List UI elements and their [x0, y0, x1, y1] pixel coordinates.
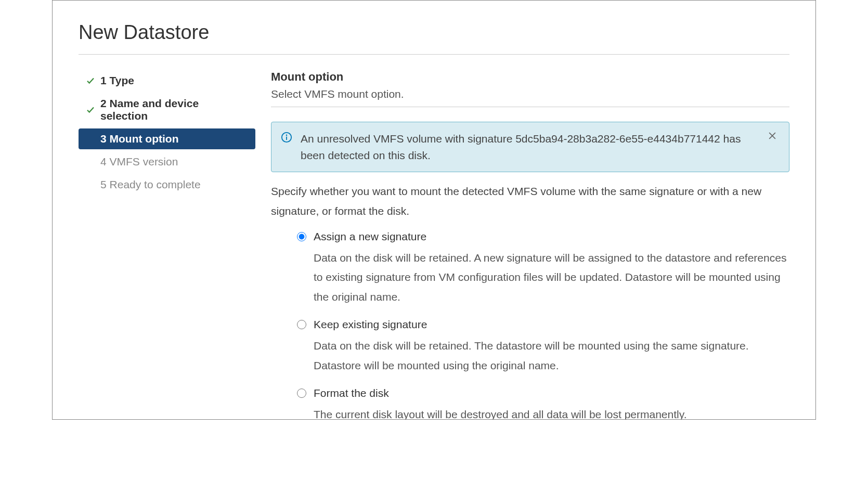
step-label: Type	[110, 74, 134, 86]
step-label: Mount option	[110, 133, 179, 145]
step-number: 2	[100, 97, 107, 109]
wizard-step-mount-option[interactable]: 3 Mount option	[79, 128, 255, 149]
checkmark-icon	[86, 105, 97, 114]
new-datastore-dialog: New Datastore 1 Type 2	[52, 0, 816, 420]
mount-options-group: Assign a new signature Data on the disk …	[271, 230, 789, 420]
title-divider	[79, 54, 789, 55]
close-icon[interactable]	[767, 131, 780, 143]
checkmark-icon	[86, 76, 97, 85]
step-number: 4	[100, 156, 107, 167]
step-label: Name and device selection	[100, 97, 199, 122]
radio-assign-new-signature[interactable]	[297, 232, 306, 241]
option-label: Assign a new signature	[314, 230, 426, 243]
wizard-step-type[interactable]: 1 Type	[79, 70, 255, 91]
radio-keep-existing-signature[interactable]	[297, 320, 306, 329]
step-label: VMFS version	[110, 156, 178, 167]
dialog-body: 1 Type 2 Name and device selection	[79, 70, 789, 420]
option-keep-existing-signature: Keep existing signature Data on the disk…	[297, 318, 789, 376]
wizard-step-vmfs-version[interactable]: 4 VMFS version	[79, 151, 255, 172]
wizard-steps-sidebar: 1 Type 2 Name and device selection	[79, 70, 255, 420]
svg-rect-2	[286, 137, 287, 140]
option-description: The current disk layout will be destroye…	[297, 405, 789, 420]
option-label: Format the disk	[314, 387, 389, 399]
svg-point-1	[286, 135, 288, 136]
wizard-step-name-device[interactable]: 2 Name and device selection	[79, 93, 255, 126]
main-content: Mount option Select VMFS mount option. A…	[271, 70, 789, 420]
radio-format-disk[interactable]	[297, 389, 306, 398]
step-label: Ready to complete	[110, 178, 201, 190]
dialog-title: New Datastore	[79, 21, 789, 44]
step-number: 1	[100, 74, 107, 86]
step-number: 3	[100, 133, 107, 145]
wizard-step-ready[interactable]: 5 Ready to complete	[79, 174, 255, 195]
alert-text: An unresolved VMFS volume with signature…	[301, 131, 759, 163]
option-format-disk: Format the disk The current disk layout …	[297, 387, 789, 420]
info-icon	[281, 132, 292, 145]
option-description: Data on the disk will be retained. A new…	[297, 248, 789, 307]
description-text: Specify whether you want to mount the de…	[271, 182, 789, 221]
info-alert: An unresolved VMFS volume with signature…	[271, 122, 789, 172]
section-title: Mount option	[271, 70, 789, 84]
option-description: Data on the disk will be retained. The d…	[297, 336, 789, 376]
option-label: Keep existing signature	[314, 318, 427, 331]
option-assign-new-signature: Assign a new signature Data on the disk …	[297, 230, 789, 307]
section-divider	[271, 107, 789, 107]
section-subtitle: Select VMFS mount option.	[271, 88, 789, 100]
step-number: 5	[100, 178, 107, 190]
